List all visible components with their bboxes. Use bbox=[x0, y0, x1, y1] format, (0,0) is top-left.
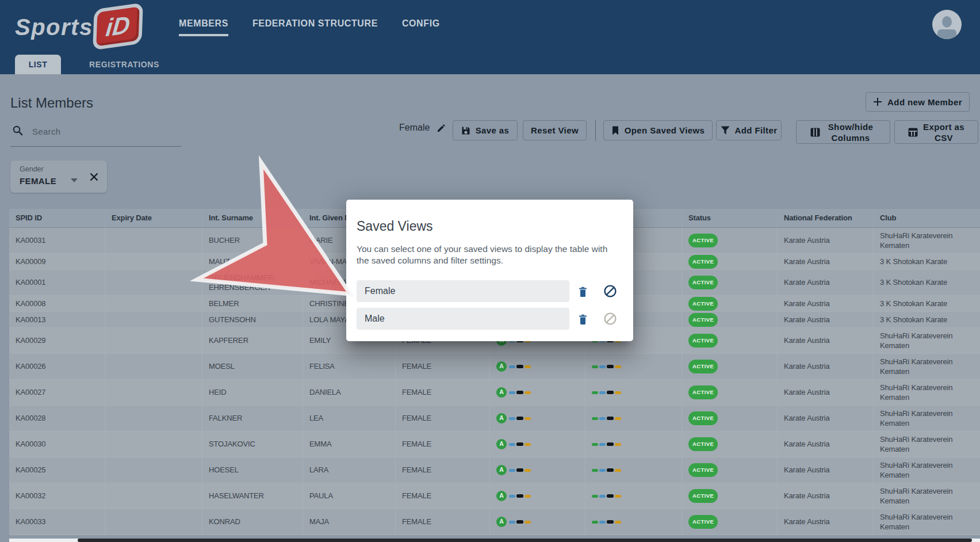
grading-progress-indicator bbox=[592, 391, 675, 394]
save-as-button[interactable]: Save as bbox=[453, 120, 518, 140]
progress-dash-green bbox=[592, 521, 598, 524]
progress-dash-amber bbox=[615, 469, 621, 472]
progress-dash-black bbox=[516, 520, 523, 524]
column-header[interactable]: National Federation bbox=[778, 209, 874, 228]
disable-view-icon[interactable] bbox=[603, 312, 617, 326]
cell-text: Karate Austria bbox=[784, 517, 867, 527]
cell-text: ShuHaRi Karateverein Kematen bbox=[880, 409, 977, 429]
membership-progress-cell: A bbox=[490, 432, 585, 457]
cell-text: BUCHER bbox=[209, 235, 296, 246]
table-row[interactable]: KA00033KONRADMAJAFEMALEAACTIVEKarate Aus… bbox=[9, 509, 980, 535]
add-new-member-button[interactable]: Add new Member bbox=[866, 92, 970, 112]
table-row[interactable]: KA00025HOESELLARAFEMALEAACTIVEKarate Aus… bbox=[9, 457, 980, 483]
column-header[interactable]: Expiry Date bbox=[105, 209, 202, 228]
membership-progress-indicator: A bbox=[496, 387, 579, 398]
club-cell: ShuHaRi Karateverein Kematen bbox=[874, 228, 980, 254]
cell: FEMALE bbox=[396, 354, 490, 380]
grading-progress-indicator bbox=[592, 520, 675, 524]
club-cell: 3 K Shotokan Karate bbox=[874, 296, 980, 312]
disable-view-icon[interactable] bbox=[603, 284, 617, 298]
search-input[interactable]: Search bbox=[10, 119, 181, 147]
reset-view-button[interactable]: Reset View bbox=[523, 120, 587, 140]
federation-cell: Karate Austria bbox=[778, 354, 874, 380]
add-filter-button[interactable]: Add Filter bbox=[716, 120, 782, 140]
cell: KA00032 bbox=[9, 483, 105, 509]
cell-text: KA00013 bbox=[16, 315, 98, 325]
cell-text: Karate Austria bbox=[784, 465, 867, 475]
column-header[interactable]: SPID ID bbox=[9, 209, 105, 228]
nav-item-federation-structure[interactable]: FEDERATION STRUCTURE bbox=[252, 18, 378, 32]
progress-dash-blue bbox=[509, 495, 515, 498]
nav-item-config[interactable]: CONFIG bbox=[402, 18, 440, 32]
status-cell: ACTIVE bbox=[682, 509, 778, 535]
cell: KAPFERER bbox=[202, 328, 303, 354]
cell: KA00030 bbox=[9, 432, 105, 457]
saved-view-item[interactable]: Male bbox=[357, 308, 569, 330]
column-header[interactable]: Int. Surname bbox=[202, 209, 303, 228]
table-row[interactable]: KA00032HASELWANTERPAULAFEMALEAACTIVEKara… bbox=[9, 483, 980, 509]
progress-dash-amber bbox=[615, 443, 621, 446]
progress-dash-blue bbox=[509, 443, 515, 446]
cell-text: LEA bbox=[309, 413, 389, 423]
table-row[interactable]: KA00030STOJAKOVICEMMAFEMALEAACTIVEKarate… bbox=[9, 432, 980, 457]
cell: FEMALE bbox=[396, 380, 490, 406]
tab-registrations[interactable]: REGISTRATIONS bbox=[75, 55, 174, 74]
chevron-down-icon[interactable] bbox=[71, 178, 78, 182]
bookmark-icon bbox=[611, 126, 619, 135]
club-cell: ShuHaRi Karateverein Kematen bbox=[874, 432, 980, 457]
progress-dash-amber bbox=[615, 365, 621, 368]
edit-pencil-icon[interactable] bbox=[437, 123, 446, 133]
progress-dash-black bbox=[607, 468, 614, 472]
trash-icon bbox=[578, 287, 588, 297]
column-header[interactable]: Club bbox=[874, 209, 980, 228]
cell-text: FEMALE bbox=[402, 413, 483, 423]
cell: KA00026 bbox=[9, 354, 105, 380]
progress-dash-green bbox=[592, 417, 598, 420]
progress-dash-blue bbox=[509, 365, 515, 368]
progress-dash-blue bbox=[599, 495, 606, 498]
dialog-description: You can select one of your saved views t… bbox=[357, 243, 607, 266]
gender-filter-chip[interactable]: Gender FEMALE bbox=[10, 161, 107, 193]
cell-text: STOJAKOVIC bbox=[209, 439, 296, 449]
cell bbox=[105, 380, 202, 406]
horizontal-scrollbar[interactable] bbox=[9, 539, 980, 542]
progress-dash-black bbox=[607, 365, 614, 368]
table-row[interactable]: KA00026MOESLFELISAFEMALEAACTIVEKarate Au… bbox=[9, 354, 980, 380]
open-saved-views-button[interactable]: Open Saved Views bbox=[603, 120, 713, 140]
export-csv-button[interactable]: Export as CSV bbox=[894, 120, 978, 144]
progress-dash-black bbox=[516, 391, 523, 394]
cell-text: ShuHaRi Karateverein Kematen bbox=[880, 357, 977, 377]
membership-progress-cell: A bbox=[490, 380, 585, 406]
club-cell: ShuHaRi Karateverein Kematen bbox=[874, 483, 980, 509]
cell-text: ShuHaRi Karateverein Kematen bbox=[880, 331, 977, 351]
status-badge: ACTIVE bbox=[688, 297, 718, 311]
cell-text: BELMER bbox=[209, 299, 296, 309]
progress-dash-green bbox=[592, 495, 598, 498]
status-cell: ACTIVE bbox=[682, 228, 778, 254]
progress-dash-blue bbox=[599, 365, 606, 368]
nav-item-members[interactable]: MEMBERS bbox=[179, 18, 228, 32]
federation-cell: Karate Austria bbox=[778, 228, 874, 254]
cell: FEMALE bbox=[396, 406, 490, 432]
progress-circle: A bbox=[496, 413, 507, 423]
cell: KA00029 bbox=[9, 328, 105, 354]
search-icon bbox=[12, 125, 24, 136]
button-label: Reset View bbox=[531, 125, 579, 136]
remove-filter-icon[interactable] bbox=[90, 173, 98, 181]
cell-text: Karate Austria bbox=[784, 491, 867, 501]
delete-view-icon[interactable] bbox=[576, 285, 589, 299]
cell-text: KA00030 bbox=[16, 439, 98, 449]
delete-view-icon[interactable] bbox=[576, 312, 589, 326]
table-row[interactable]: KA00027HEIDDANIELAFEMALEAACTIVEKarate Au… bbox=[9, 380, 980, 406]
show-hide-columns-button[interactable]: Show/hide Columns bbox=[796, 120, 890, 144]
cell-text: KONRAD bbox=[209, 517, 296, 527]
progress-dash-black bbox=[516, 365, 523, 368]
cell: LEA bbox=[303, 406, 396, 432]
saved-view-item[interactable]: Female bbox=[357, 280, 569, 302]
cell-text: KA00032 bbox=[16, 491, 98, 501]
scrollbar-thumb[interactable] bbox=[78, 539, 972, 542]
user-avatar[interactable] bbox=[932, 10, 962, 39]
column-header[interactable]: Status bbox=[682, 209, 778, 228]
tab-list[interactable]: LIST bbox=[15, 55, 61, 74]
table-row[interactable]: KA00028FALKNERLEAFEMALEAACTIVEKarate Aus… bbox=[9, 406, 980, 432]
